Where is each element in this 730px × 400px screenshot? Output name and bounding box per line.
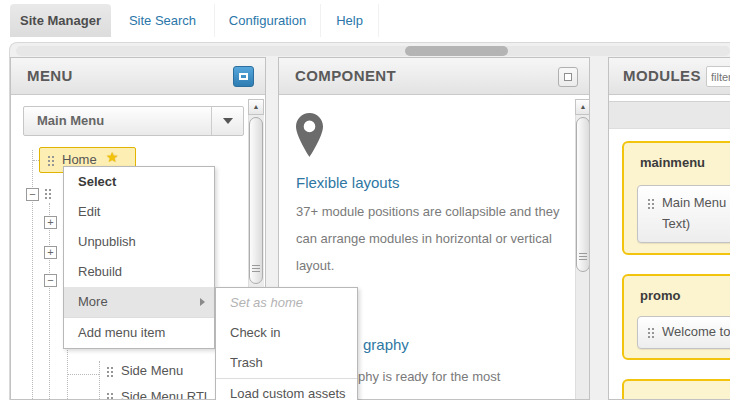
scroll-up-arrow[interactable]: ▲	[575, 99, 590, 115]
tree-item-side-menu[interactable]: Side Menu	[121, 363, 183, 378]
submenu-item-trash[interactable]: Trash	[216, 348, 357, 378]
module-item[interactable]: Welcome to J	[637, 316, 730, 349]
module-item-label: Main Menu (L	[662, 195, 730, 210]
horizontal-scrollbar-thumb[interactable]	[405, 46, 508, 56]
submenu-arrow-icon	[200, 298, 205, 306]
dropdown-divider	[211, 107, 212, 135]
module-group-promo: promo Welcome to J	[622, 274, 730, 360]
modules-panel-title: MODULES	[623, 58, 701, 94]
drag-handle-icon[interactable]	[47, 155, 55, 167]
menu-panel-header: MENU	[11, 58, 265, 95]
menu-type-dropdown[interactable]: Main Menu	[23, 106, 244, 136]
module-group-clipped	[622, 379, 730, 400]
module-item[interactable]: Main Menu (L Text)	[637, 185, 730, 243]
component-text-line: 37+ module positions are collapsible and…	[296, 204, 559, 219]
drag-handle-icon[interactable]	[106, 366, 114, 378]
horizontal-scrollbar-track[interactable]	[16, 46, 730, 56]
module-item-label: Text)	[662, 216, 690, 231]
component-maximize-button[interactable]	[558, 67, 578, 87]
module-group-mainmenu: mainmenu Main Menu (L Text)	[622, 141, 730, 255]
module-group-label: promo	[640, 288, 680, 303]
context-menu-item-unpublish[interactable]: Unpublish	[64, 227, 214, 257]
drag-handle-icon[interactable]	[647, 327, 655, 339]
modules-panel-header: MODULES	[609, 58, 730, 95]
scroll-up-arrow[interactable]: ▲	[248, 99, 264, 115]
component-text-line-partial: phy is ready for the most	[358, 369, 500, 384]
modules-filter-input[interactable]	[706, 66, 730, 87]
maximize-icon	[239, 73, 248, 80]
submenu-item-load-custom-assets[interactable]: Load custom assets	[216, 379, 357, 400]
submenu-item-check-in[interactable]: Check in	[216, 318, 357, 348]
tree-expand-toggle[interactable]: +	[44, 216, 57, 229]
scrollbar-grip-icon	[252, 265, 260, 273]
menu-maximize-button[interactable]	[233, 66, 254, 87]
menu-type-dropdown-value: Main Menu	[37, 107, 104, 135]
drag-handle-icon[interactable]	[106, 392, 114, 400]
component-panel-title: COMPONENT	[295, 58, 396, 94]
module-group-label: mainmenu	[640, 155, 705, 170]
tree-guide-line	[49, 203, 50, 400]
tree-collapse-toggle[interactable]: −	[26, 188, 39, 201]
tree-expand-toggle[interactable]: +	[44, 246, 57, 259]
context-menu: Select Edit Unpublish Rebuild More Add m…	[63, 166, 215, 349]
tree-guide-line	[67, 346, 68, 400]
tab-site-search[interactable]: Site Search	[111, 4, 215, 37]
component-text-line: can arrange modules in horizontal or ver…	[296, 231, 552, 246]
menu-panel-title: MENU	[27, 58, 73, 94]
component-text-line: layout.	[296, 258, 334, 273]
tab-site-manager[interactable]: Site Manager	[10, 4, 111, 37]
menu-scrollbar-thumb[interactable]	[249, 117, 263, 284]
component-scrollbar-thumb[interactable]	[576, 117, 590, 272]
component-heading-link[interactable]: Flexible layouts	[296, 174, 399, 191]
context-menu-item-label: More	[78, 294, 108, 309]
maximize-icon	[564, 73, 572, 81]
tree-collapse-toggle[interactable]: −	[44, 274, 57, 287]
chevron-down-icon	[223, 118, 233, 124]
context-menu-item-add-menu-item[interactable]: Add menu item	[64, 318, 214, 348]
default-home-star-icon: ★	[106, 149, 119, 165]
tree-item-side-menu-rtl[interactable]: Side Menu RTL	[121, 389, 211, 400]
context-submenu: Set as home Check in Trash Load custom a…	[215, 287, 358, 400]
component-panel-header: COMPONENT	[279, 58, 589, 95]
scrollbar-grip-icon	[579, 253, 587, 261]
context-menu-item-rebuild[interactable]: Rebuild	[64, 257, 214, 287]
modules-panel: MODULES mainmenu Main Menu (L Text) prom…	[608, 57, 730, 400]
context-menu-item-edit[interactable]: Edit	[64, 197, 214, 227]
drag-handle-icon[interactable]	[647, 198, 655, 210]
tab-help[interactable]: Help	[321, 4, 379, 37]
drag-handle-icon[interactable]	[44, 188, 52, 200]
tab-configuration[interactable]: Configuration	[215, 4, 321, 37]
tree-guide-line	[99, 361, 100, 400]
modules-toolbar	[609, 101, 730, 129]
component-heading-link-partial[interactable]: graphy	[363, 336, 409, 353]
submenu-item-set-as-home[interactable]: Set as home	[216, 288, 357, 318]
context-menu-item-more[interactable]: More	[64, 287, 214, 317]
location-pin-icon	[296, 113, 323, 161]
module-item-label: Welcome to J	[662, 324, 730, 339]
tree-connector	[68, 374, 99, 375]
context-menu-item-select[interactable]: Select	[64, 167, 214, 197]
